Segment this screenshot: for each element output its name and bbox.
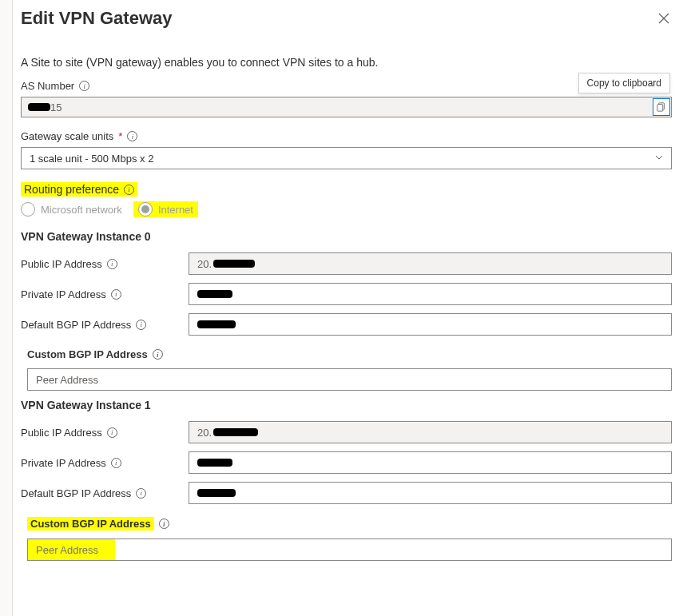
private-ip-0-value[interactable] [189, 283, 672, 305]
copy-button[interactable] [653, 98, 670, 116]
close-icon [658, 13, 669, 24]
private-ip-1-value[interactable] [189, 451, 672, 474]
public-ip-1-value[interactable]: 20. [189, 421, 672, 443]
as-number-label: AS Number [21, 80, 74, 92]
public-ip-0-label: Public IP Address [21, 258, 102, 270]
info-icon[interactable]: i [136, 488, 146, 499]
instance-0-heading: VPN Gateway Instance 0 [21, 230, 672, 243]
public-ip-0-value[interactable]: 20. [189, 252, 672, 275]
instance-1-heading: VPN Gateway Instance 1 [21, 399, 672, 411]
info-icon[interactable]: i [127, 131, 137, 141]
copy-tooltip: Copy to clipboard [578, 73, 670, 93]
panel-description: A Site to site (VPN gateway) enables you… [21, 56, 672, 69]
custom-bgp-0-heading: Custom BGP IP Address [27, 348, 148, 360]
radio-internet[interactable]: Internet [138, 202, 193, 217]
private-ip-0-label: Private IP Address [21, 288, 106, 300]
routing-preference-label: Routing preference [24, 183, 119, 196]
info-icon[interactable]: i [136, 320, 146, 330]
default-bgp-1-label: Default BGP IP Address [21, 487, 131, 499]
default-bgp-1-value[interactable] [189, 482, 672, 504]
info-icon[interactable]: i [79, 81, 89, 91]
required-marker: * [118, 130, 122, 142]
radio-icon [21, 202, 35, 217]
info-icon[interactable]: i [159, 519, 169, 529]
panel-title: Edit VPN Gateway [21, 8, 173, 29]
close-button[interactable] [656, 10, 672, 26]
copy-icon [657, 102, 666, 112]
private-ip-1-label: Private IP Address [21, 457, 106, 469]
custom-bgp-1-input[interactable] [27, 539, 672, 561]
default-bgp-0-label: Default BGP IP Address [21, 319, 131, 331]
as-number-input[interactable]: 15 [21, 97, 672, 117]
info-icon[interactable]: i [153, 349, 163, 360]
custom-bgp-0-input[interactable] [27, 368, 672, 391]
info-icon[interactable]: i [111, 458, 121, 468]
info-icon[interactable]: i [107, 259, 117, 269]
gateway-scale-value: 1 scale unit - 500 Mbps x 2 [30, 153, 153, 165]
radio-icon [138, 202, 153, 217]
radio-microsoft-network[interactable]: Microsoft network [21, 202, 122, 217]
gateway-scale-label: Gateway scale units [21, 130, 113, 142]
gateway-scale-select[interactable]: 1 scale unit - 500 Mbps x 2 [21, 147, 672, 169]
info-icon[interactable]: i [107, 427, 117, 438]
svg-rect-1 [657, 105, 663, 112]
radio-label-ms: Microsoft network [41, 204, 122, 216]
custom-bgp-1-heading: Custom BGP IP Address [30, 518, 151, 530]
info-icon[interactable]: i [124, 185, 134, 195]
public-ip-1-label: Public IP Address [21, 427, 102, 439]
radio-label-internet: Internet [158, 204, 193, 216]
default-bgp-0-value[interactable] [189, 313, 672, 336]
info-icon[interactable]: i [111, 289, 121, 300]
